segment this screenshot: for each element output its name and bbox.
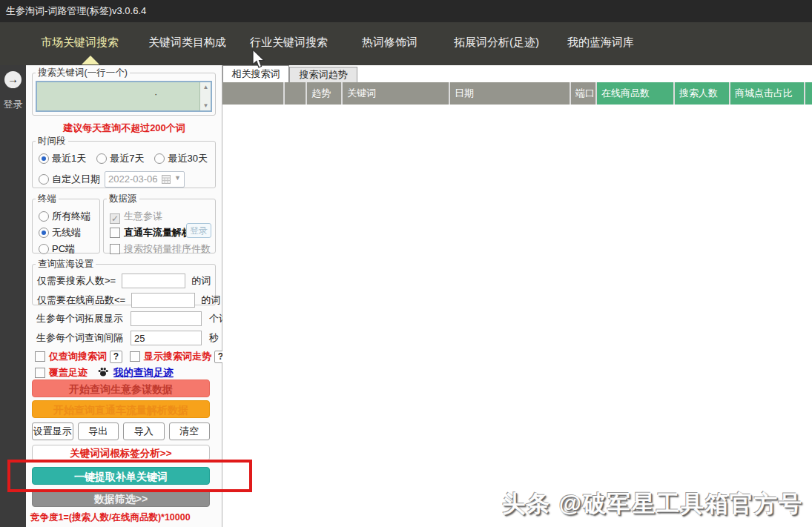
col-mall-click-ratio[interactable]: 商城点击占比 <box>730 82 804 105</box>
zhitongche-login-button[interactable]: 登录 <box>186 223 211 238</box>
keyword-textarea-value: · <box>154 88 157 99</box>
keyword-textarea[interactable]: · ▲ ▼ <box>36 81 212 112</box>
show-trend-label: 显示搜索词走势 <box>144 350 211 363</box>
date-picker-value: 2022-03-06 <box>108 173 158 185</box>
date-picker[interactable]: 2022-03-06 ▼ <box>105 171 185 188</box>
terminal-group: 终端 所有终端 无线端 PC端 <box>32 193 100 253</box>
col-trend[interactable]: 趋势 <box>307 82 341 105</box>
login-arrow-icon[interactable]: → <box>4 71 22 88</box>
keyword-group-legend: 搜索关键词(一行一个) <box>36 67 130 79</box>
nav-tab-hot-modifier-words[interactable]: 热词修饰词 <box>362 36 417 50</box>
scroll-up-icon[interactable]: ▲ <box>200 84 211 90</box>
root-tag-analysis-button[interactable]: 关键词词根标签分析>> <box>32 445 210 461</box>
expand-display-label: 生参每个词拓展显示 <box>36 312 123 325</box>
results-grid-body[interactable] <box>222 105 812 527</box>
radio-icon[interactable] <box>39 228 49 238</box>
datasource-group: 数据源 生意参谋 直通车流量解析 登录 搜索按销量排序件数 <box>103 193 216 253</box>
checkbox-sort-by-sales[interactable]: 搜索按销量排序件数 <box>110 242 211 256</box>
col-keyword[interactable]: 关键词 <box>343 82 449 105</box>
checkbox-icon[interactable] <box>110 228 120 238</box>
nav-tab-my-bluesea-words[interactable]: 我的蓝海词库 <box>567 36 634 50</box>
max-products-input[interactable] <box>131 293 195 308</box>
login-label[interactable]: 登录 <box>0 98 26 111</box>
export-button[interactable]: 导出 <box>78 422 119 440</box>
max-products-label: 仅需要在线商品数<= <box>37 294 125 307</box>
radio-icon[interactable] <box>96 153 107 164</box>
checkbox-zhitongche[interactable]: 直通车流量解析 <box>110 226 191 239</box>
checkbox-show-trend[interactable] <box>130 351 140 362</box>
active-tab-indicator-triangle <box>82 56 99 64</box>
watermark-text: 头条 @破军星工具箱官方号 <box>502 488 803 520</box>
display-settings-button[interactable]: 设置显示 <box>32 422 73 440</box>
radio-icon[interactable] <box>154 153 165 164</box>
datasource-legend: 数据源 <box>107 193 139 205</box>
checkbox-only-search-words[interactable] <box>35 351 45 362</box>
import-button[interactable]: 导入 <box>123 422 165 440</box>
col-online-products[interactable]: 在线商品数 <box>597 82 673 105</box>
competition-formula-text: 竞争度1=(搜索人数/在线商品数)*10000 <box>30 511 191 524</box>
time-range-legend: 时间段 <box>36 135 68 148</box>
results-tabstrip: 相关搜索词 搜索词趋势 <box>222 65 812 82</box>
nav-tab-expand-word-analysis[interactable]: 拓展词分析(足迹) <box>454 36 539 50</box>
radio-last-1-day-label: 最近1天 <box>52 153 86 164</box>
checkbox-shengyi-label: 生意参谋 <box>124 211 162 222</box>
checkbox-zhitongche-label: 直通车流量解析 <box>124 227 191 238</box>
bluesea-settings-group: 查询蓝海设置 仅需要搜索人数>= 的词 仅需要在线商品数<= 的词 <box>32 258 216 305</box>
checkbox-cover-footprint[interactable] <box>35 368 45 378</box>
calendar-icon[interactable] <box>162 175 171 186</box>
col-port[interactable]: 端口 <box>571 82 595 105</box>
nav-tab-keyword-category[interactable]: 关键词类目构成 <box>148 36 226 50</box>
radio-all-terminals-label: 所有终端 <box>52 211 90 222</box>
mouse-cursor-icon <box>251 49 265 73</box>
radio-pc[interactable]: PC端 <box>39 242 75 256</box>
textarea-scrollbar[interactable]: ▲ ▼ <box>199 82 211 110</box>
radio-custom-date[interactable]: 自定义日期 <box>39 173 100 186</box>
col-date[interactable]: 日期 <box>450 82 570 105</box>
col-searchers[interactable]: 搜索人数 <box>675 82 729 105</box>
radio-last-30-days-label: 最近30天 <box>168 153 207 164</box>
checkbox-icon[interactable] <box>110 244 120 254</box>
min-searchers-input[interactable] <box>122 274 185 288</box>
radio-icon[interactable] <box>39 211 49 222</box>
only-search-words-label: 仅查询搜索词 <box>49 350 107 363</box>
col-partial[interactable] <box>805 82 812 105</box>
min-searchers-label: 仅需要搜索人数>= <box>37 274 116 288</box>
radio-all-terminals[interactable]: 所有终端 <box>39 210 90 223</box>
cover-footprint-label: 覆盖足迹 <box>49 366 88 379</box>
query-interval-suffix: 秒 <box>209 331 219 345</box>
expand-display-input[interactable] <box>131 311 202 326</box>
min-searchers-suffix: 的词 <box>191 274 211 288</box>
radio-icon[interactable] <box>39 174 49 185</box>
date-dropdown-icon[interactable]: ▼ <box>174 174 181 182</box>
radio-last-1-day[interactable]: 最近1天 <box>39 152 86 165</box>
help-button-1[interactable]: ? <box>110 351 122 363</box>
tab-search-word-trend[interactable]: 搜索词趋势 <box>289 67 357 82</box>
nav-tab-market-keyword-search[interactable]: 市场关键词搜索 <box>41 36 119 50</box>
query-interval-input[interactable]: 25 <box>131 331 202 345</box>
keyword-group: 搜索关键词(一行一个) · ▲ ▼ <box>32 67 216 116</box>
radio-last-7-days[interactable]: 最近7天 <box>96 152 144 165</box>
radio-last-30-days[interactable]: 最近30天 <box>154 152 207 165</box>
query-shengyi-button[interactable]: 开始查询生意参谋数据 <box>32 379 210 397</box>
radio-last-7-days-label: 最近7天 <box>110 153 144 164</box>
max-products-suffix: 的词 <box>201 294 220 307</box>
radio-icon[interactable] <box>39 153 49 164</box>
daily-limit-tip: 建议每天查询不超过200个词 <box>26 122 222 135</box>
checkbox-shengyi-canmou[interactable]: 生意参谋 <box>110 210 162 224</box>
footprint-icon <box>98 366 109 379</box>
my-footprint-link[interactable]: 我的查询足迹 <box>113 366 174 379</box>
main-nav: 市场关键词搜索 关键词类目构成 行业关键词搜索 热词修饰词 拓展词分析(足迹) … <box>0 22 812 65</box>
radio-wireless[interactable]: 无线端 <box>39 226 81 239</box>
query-zhitongche-button[interactable]: 开始查询直通车流量解析数据 <box>32 400 210 418</box>
results-panel: 相关搜索词 搜索词趋势 趋势 关键词 日期 端口 在线商品数 搜索人数 商城点击… <box>222 65 812 527</box>
checkbox-icon[interactable] <box>110 213 120 224</box>
nav-tab-industry-keyword[interactable]: 行业关键词搜索 <box>250 36 328 50</box>
radio-custom-date-label: 自定义日期 <box>52 173 100 185</box>
scroll-down-icon[interactable]: ▼ <box>200 102 211 109</box>
col-index[interactable] <box>285 82 306 105</box>
col-selector[interactable] <box>222 82 283 105</box>
clear-button[interactable]: 清空 <box>169 422 211 440</box>
radio-icon[interactable] <box>39 244 49 254</box>
checkbox-sort-by-sales-label: 搜索按销量排序件数 <box>124 243 211 254</box>
radio-pc-label: PC端 <box>52 243 75 254</box>
